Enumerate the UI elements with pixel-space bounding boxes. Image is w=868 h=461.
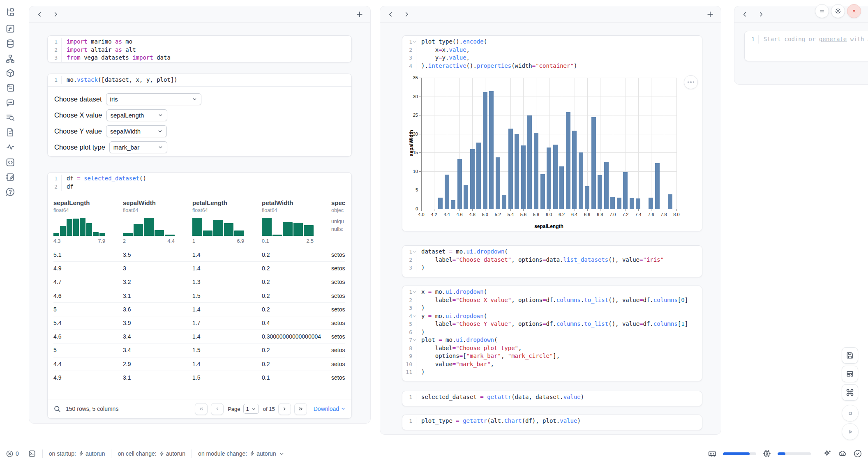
line-number: 2 (402, 46, 416, 54)
chart-bar (540, 174, 545, 209)
code-editor[interactable]: 1df = selected_dataset()2df (48, 173, 351, 193)
table-row[interactable]: 4.42.91.40.2setos (53, 357, 345, 371)
autorun-bolt-icon (159, 451, 165, 456)
runtime-config-item[interactable]: on module change:autorun (198, 450, 285, 457)
chart-bar (610, 197, 615, 209)
table-column-header[interactable]: speciobjecuniqunulls: (331, 199, 345, 244)
table-cell: 1.4 (192, 265, 262, 272)
empty-cell: 1 Start coding or generate with AI. (744, 31, 868, 61)
table-column-header[interactable]: petalLengthfloat6416.9 (192, 199, 262, 244)
chevron-down-icon (192, 97, 197, 102)
functions-icon[interactable] (5, 24, 15, 34)
assistant-button[interactable] (838, 449, 847, 458)
stop-button[interactable] (842, 405, 859, 422)
file-explorer-icon[interactable] (5, 7, 15, 17)
first-page-button[interactable] (195, 403, 208, 415)
runtime-config-item[interactable]: on startup:autorun (49, 450, 105, 457)
help-icon[interactable] (5, 187, 15, 197)
column-right-icon[interactable] (52, 11, 60, 18)
command-palette-button[interactable] (842, 384, 858, 401)
line-number: 6 (402, 328, 416, 337)
chart-bar (636, 198, 640, 209)
last-page-button[interactable] (294, 403, 307, 415)
table-cell: 1.5 (192, 374, 262, 381)
column-right-icon[interactable] (403, 11, 411, 18)
ai-chat-icon[interactable] (5, 98, 15, 108)
column-histogram (53, 218, 105, 236)
altair-bar-chart[interactable]: 4.04.24.44.64.85.05.25.45.65.86.06.26.46… (402, 72, 702, 231)
packages-icon[interactable] (5, 68, 15, 78)
error-count-button[interactable]: 0 (6, 450, 19, 458)
table-row[interactable]: 4.73.21.30.2setos (53, 275, 345, 288)
column-left-icon[interactable] (387, 11, 394, 18)
column-right-icon[interactable] (757, 11, 765, 18)
add-cell-icon[interactable] (356, 10, 364, 18)
table-row[interactable]: 4.931.40.2setos (53, 261, 345, 275)
table-column-header[interactable]: sepalLengthfloat644.37.9 (53, 199, 123, 244)
notebook-menu-button[interactable] (815, 4, 829, 18)
table-cell: 1.4 (192, 306, 262, 313)
code-editor[interactable]: 1mo.vstack([dataset, x, y, plot]) (48, 74, 351, 87)
settings-button[interactable] (831, 4, 845, 18)
left-sidebar (0, 0, 25, 446)
line-number: 1 (402, 417, 416, 425)
code-editor[interactable]: 1import marimo as mo2import altair as al… (48, 36, 351, 62)
table-cell: 3.4 (123, 347, 192, 353)
code-editor[interactable]: 1plot_type = getattr(alt.Chart(df), plot… (402, 415, 702, 427)
code-editor[interactable]: 1dataset = mo.ui.dropdown(2 label="Choos… (402, 246, 702, 274)
table-row[interactable]: 4.63.11.50.2setos (53, 289, 345, 302)
chevron-down-icon (252, 407, 256, 411)
tracing-icon[interactable] (5, 142, 15, 152)
search-icon[interactable] (53, 405, 61, 413)
line-number: 8 (402, 344, 416, 353)
dropdown-select[interactable]: mark_bar (109, 141, 167, 153)
layout-button[interactable] (842, 366, 858, 382)
download-button[interactable]: Download (314, 406, 346, 412)
code-editor[interactable]: 1 Start coding or generate with AI. (745, 31, 868, 48)
status-bar: 0 on startup:autorunon cell change:autor… (0, 446, 868, 461)
dropdown-row: Choose plot typemark_bar (54, 141, 345, 154)
scratchpad-icon[interactable] (5, 83, 15, 93)
table-row[interactable]: 4.93.11.50.1setos (53, 371, 345, 384)
next-page-button[interactable] (278, 403, 291, 415)
shutdown-button[interactable] (847, 4, 861, 18)
notebook-icon[interactable] (5, 172, 15, 182)
logs-icon[interactable] (5, 113, 15, 122)
dropdown-select[interactable]: sepalLength (106, 109, 167, 121)
runtime-config-item[interactable]: on cell change:autorun (118, 450, 185, 457)
code-editor[interactable]: 1x = mo.ui.dropdown(2 label="Choose X va… (402, 286, 702, 378)
table-cell: 0.2 (262, 251, 331, 258)
line-number: 4 (402, 312, 416, 320)
snippets-icon[interactable] (5, 157, 15, 167)
column-1-header (29, 6, 370, 23)
prev-page-button[interactable] (211, 403, 224, 415)
dependency-graph-icon[interactable] (5, 54, 15, 64)
column-left-icon[interactable] (741, 11, 748, 18)
terminal-button[interactable] (28, 449, 36, 458)
table-row[interactable]: 4.63.41.40.30000000000000004setos (53, 330, 345, 343)
table-column-header[interactable]: petalWidthfloat640.12.5 (262, 199, 331, 244)
save-button[interactable] (842, 347, 858, 364)
generate-with-ai-link[interactable]: generate (819, 36, 847, 42)
table-cell: setos (331, 279, 345, 285)
table-row[interactable]: 53.41.50.2setos (53, 343, 345, 357)
dropdown-select[interactable]: sepalWidth (106, 125, 167, 137)
column-left-icon[interactable] (36, 11, 43, 18)
dropdown-row: Choose X valuesepalLength (54, 109, 345, 122)
page-select[interactable]: 1 (243, 404, 259, 414)
code-editor[interactable]: 1selected_dataset = getattr(data, datase… (402, 391, 702, 403)
run-all-button[interactable] (842, 423, 859, 440)
table-column-header[interactable]: sepalWidthfloat6424.4 (123, 199, 192, 244)
code-editor[interactable]: 1plot_type().encode(2 x=x.value,3 y=y.va… (402, 36, 702, 72)
chart-menu-button[interactable] (684, 75, 698, 89)
table-row[interactable]: 53.61.40.2setos (53, 302, 345, 316)
table-cell: 4.9 (53, 374, 123, 381)
ai-sparkles-button[interactable] (823, 449, 832, 458)
documentation-icon[interactable] (5, 127, 15, 137)
table-cell: 4.6 (53, 293, 123, 299)
table-row[interactable]: 5.43.91.70.4setos (53, 316, 345, 330)
add-cell-icon[interactable] (706, 10, 714, 18)
datasources-icon[interactable] (5, 39, 15, 48)
dropdown-select[interactable]: iris (106, 93, 201, 105)
table-row[interactable]: 5.13.51.40.2setos (53, 248, 345, 261)
